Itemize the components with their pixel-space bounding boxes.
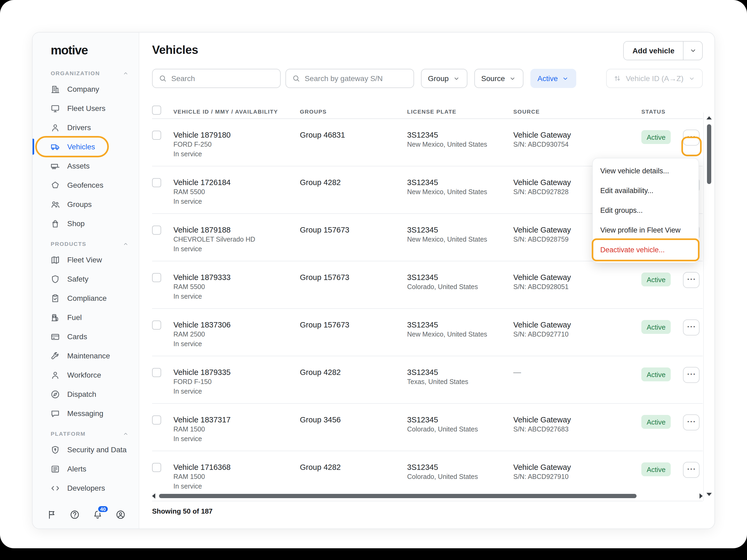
- announcements-button[interactable]: [46, 509, 57, 520]
- fuel-pump-icon: [50, 312, 60, 322]
- row-checkbox[interactable]: [152, 178, 161, 187]
- notification-badge: 40: [97, 505, 109, 513]
- sidebar: motive ORGANIZATION Company Fleet Users …: [32, 32, 139, 529]
- row-checkbox[interactable]: [152, 463, 161, 472]
- vehicle-availability: In service: [174, 150, 300, 159]
- shopping-bag-icon: [50, 218, 60, 229]
- row-actions-button[interactable]: ⋯: [683, 415, 699, 430]
- row-actions-button[interactable]: ⋯: [683, 130, 699, 145]
- vehicle-availability: In service: [174, 387, 300, 396]
- select-all-checkbox[interactable]: [152, 106, 161, 115]
- sidebar-item-fleet-view[interactable]: Fleet View: [32, 250, 139, 269]
- add-vehicle-dropdown-button[interactable]: [683, 42, 702, 60]
- row-checkbox[interactable]: [152, 273, 161, 282]
- sidebar-item-shop[interactable]: Shop: [32, 214, 139, 233]
- menu-item-deactivate-vehicle[interactable]: Deactivate vehicle...: [593, 240, 698, 260]
- sort-control[interactable]: Vehicle ID (A→Z): [606, 69, 703, 88]
- license-plate: 3S12345: [407, 177, 513, 188]
- vehicle-mmy: RAM 5500: [174, 188, 300, 197]
- menu-item-view-vehicle-details[interactable]: View vehicle details...: [593, 161, 698, 181]
- row-context-menu: View vehicle details...Edit availability…: [592, 158, 699, 263]
- row-checkbox[interactable]: [152, 131, 161, 140]
- vehicle-availability: In service: [174, 340, 300, 349]
- menu-item-view-profile-in-fleet-view[interactable]: View profile in Fleet View: [593, 220, 698, 240]
- row-checkbox[interactable]: [152, 225, 161, 235]
- sidebar-item-drivers[interactable]: Drivers: [32, 118, 139, 137]
- chevron-down-icon: [562, 74, 570, 82]
- row-actions-button[interactable]: ⋯: [683, 272, 699, 288]
- row-actions-button[interactable]: ⋯: [683, 462, 699, 478]
- row-checkbox[interactable]: [152, 416, 161, 425]
- table-row: Vehicle 1716368 RAM 1500 In service Grou…: [152, 451, 703, 491]
- vehicle-group: Group 157673: [300, 319, 407, 330]
- help-button[interactable]: [69, 509, 80, 520]
- source-filter-label: Source: [481, 74, 505, 83]
- scroll-left-arrow[interactable]: [152, 494, 155, 499]
- scroll-down-arrow[interactable]: [706, 493, 712, 496]
- add-vehicle-button[interactable]: Add vehicle: [624, 42, 683, 60]
- status-filter[interactable]: Active: [531, 69, 576, 88]
- scroll-right-arrow[interactable]: [699, 494, 703, 499]
- column-header-status: STATUS: [641, 108, 679, 114]
- gateway-search-box: [285, 69, 414, 88]
- sidebar-item-label: Geofences: [67, 181, 103, 189]
- row-checkbox[interactable]: [152, 368, 161, 377]
- sidebar-item-vehicles[interactable]: Vehicles: [32, 137, 139, 156]
- map-icon: [50, 255, 60, 265]
- sidebar-item-safety[interactable]: Safety: [32, 269, 139, 289]
- status-filter-label: Active: [538, 74, 558, 83]
- menu-item-edit-availability[interactable]: Edit availability...: [593, 181, 698, 201]
- source: Vehicle Gateway: [513, 272, 641, 283]
- horizontal-scroll-thumb[interactable]: [159, 494, 637, 498]
- sidebar-item-dispatch[interactable]: Dispatch: [32, 384, 139, 404]
- sidebar-item-cards[interactable]: Cards: [32, 327, 139, 346]
- horizontal-scroll-track[interactable]: [159, 494, 696, 498]
- license-plate-region: Texas, United States: [407, 378, 513, 387]
- vehicle-group: Group 4282: [300, 177, 407, 188]
- shield-icon: [50, 274, 60, 284]
- vertical-scrollbar: [703, 112, 715, 501]
- sidebar-item-label: Assets: [67, 162, 89, 170]
- sidebar-item-security-and-data[interactable]: Security and Data: [32, 440, 139, 459]
- sidebar-item-fleet-users[interactable]: Fleet Users: [32, 99, 139, 118]
- table-footer-count: Showing 50 of 187: [152, 501, 703, 515]
- sidebar-item-assets[interactable]: Assets: [32, 156, 139, 176]
- row-actions-button[interactable]: ⋯: [683, 319, 699, 336]
- row-actions-button[interactable]: ⋯: [683, 367, 699, 383]
- vehicle-id: Vehicle 1726184: [174, 177, 300, 188]
- sidebar-item-fuel[interactable]: Fuel: [32, 308, 139, 327]
- monitor-icon: [50, 103, 60, 113]
- account-button[interactable]: [115, 509, 126, 520]
- group-filter[interactable]: Group: [421, 69, 467, 88]
- sidebar-item-compliance[interactable]: Compliance: [32, 289, 139, 308]
- nav-section-label: PLATFORM: [51, 430, 86, 437]
- column-header-vehicle: VEHICLE ID / MMY / AVAILABILITY: [174, 108, 300, 114]
- nav-section-organization[interactable]: ORGANIZATION: [32, 62, 139, 79]
- menu-item-edit-groups[interactable]: Edit groups...: [593, 201, 698, 220]
- row-checkbox[interactable]: [152, 321, 161, 329]
- source-serial-number: S/N: ABCD930754: [513, 140, 641, 150]
- sidebar-item-company[interactable]: Company: [32, 79, 139, 99]
- sidebar-item-maintenance[interactable]: Maintenance: [32, 346, 139, 365]
- sidebar-item-workforce[interactable]: Workforce: [32, 365, 139, 384]
- vertical-scroll-thumb[interactable]: [707, 124, 711, 184]
- person-circle-icon: [115, 509, 126, 520]
- notifications-button[interactable]: 40: [92, 509, 103, 520]
- scroll-up-arrow[interactable]: [706, 116, 712, 119]
- table-row: Vehicle 1879333 RAM 5500 In service Grou…: [152, 261, 703, 309]
- gateway-search-input[interactable]: [305, 74, 408, 83]
- status-badge: Active: [641, 130, 671, 144]
- nav-section-products[interactable]: PRODUCTS: [32, 233, 139, 250]
- license-plate-region: Colorado, United States: [407, 473, 513, 482]
- source-filter[interactable]: Source: [474, 69, 524, 88]
- sidebar-item-messaging[interactable]: Messaging: [32, 404, 139, 423]
- sidebar-item-alerts[interactable]: Alerts: [32, 459, 139, 478]
- license-plate: 3S12345: [407, 462, 513, 473]
- group-filter-label: Group: [428, 74, 449, 83]
- search-input[interactable]: [171, 74, 275, 83]
- nav-section-platform[interactable]: PLATFORM: [32, 423, 139, 440]
- table-row: Vehicle 1879335 FORD F-150 In service Gr…: [152, 356, 703, 404]
- sidebar-item-groups[interactable]: Groups: [32, 195, 139, 214]
- sidebar-item-developers[interactable]: Developers: [32, 478, 139, 498]
- sidebar-item-geofences[interactable]: Geofences: [32, 176, 139, 195]
